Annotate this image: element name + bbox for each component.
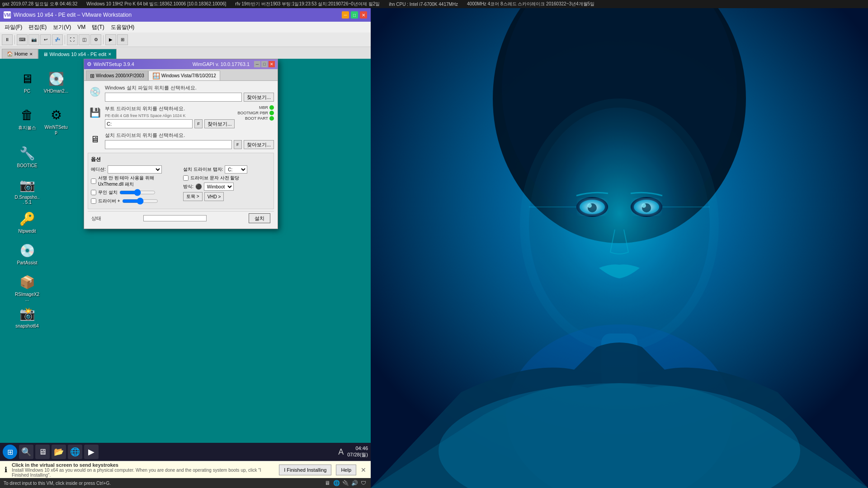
vmware-tabs: 🏠 Home ✕ 🖥 Windows 10 x64 - PE edit ✕ (0, 47, 371, 59)
install-drive-flag[interactable]: F (234, 140, 242, 149)
menu-help[interactable]: 도움말(H) (108, 23, 137, 32)
options-title: 옵션 (91, 156, 271, 163)
taskbar-cortana[interactable]: 🔍 (19, 445, 33, 459)
unattend-slider[interactable] (119, 189, 156, 196)
toolbar-pause[interactable]: ⏸ (2, 34, 13, 45)
toolbar-unity[interactable]: ◫ (79, 34, 90, 45)
notification-icon: ℹ (5, 465, 7, 474)
desktop-icon-rsimagex[interactable]: 📦 RSImageX2... (13, 271, 42, 304)
toolbar-suspend[interactable]: 💤 (52, 34, 63, 45)
install-drive-input[interactable] (105, 140, 232, 149)
boot-drive-icon: 💾 (88, 105, 102, 120)
finished-installing-button[interactable]: I Finished Installing (279, 465, 331, 475)
notification-close[interactable]: ✕ (361, 466, 366, 474)
menu-tabs[interactable]: 탭(T) (89, 23, 107, 32)
boot-drive-input[interactable] (105, 119, 193, 128)
winnt-maximize[interactable]: □ (261, 61, 268, 67)
options-grid: 에디션: 서명 안 된 테마 사용을 위해 UxTheme.dll 패치 (91, 165, 271, 206)
taskbar-clock: 04:46 07/28(월) (347, 446, 368, 458)
vhd-button[interactable]: VHD > (204, 192, 224, 201)
menu-edit[interactable]: 편집(E) (26, 23, 49, 32)
toolbar-prefs[interactable]: ⚙ (90, 34, 101, 45)
uxtheme-checkbox[interactable] (91, 178, 96, 184)
status-network-icon[interactable]: 🌐 (333, 479, 340, 487)
install-drive-label: 설치 드라이브의 위치를 선택하세요. (105, 132, 274, 139)
status-screen-icon[interactable]: 🖥 (324, 479, 331, 487)
tab-vm[interactable]: 🖥 Windows 10 x64 - PE edit ✕ (38, 49, 117, 59)
vmware-icon: VM (4, 11, 11, 19)
taskbar-explorer[interactable]: 📂 (52, 445, 66, 459)
dsnapshot-icon: 📷 (18, 176, 36, 194)
driver-slider[interactable] (122, 197, 158, 205)
winnt-close[interactable]: ✕ (269, 61, 275, 67)
winnt-tab-xp[interactable]: ⊞ Windows 2000/XP/2003 (86, 70, 148, 80)
install-drive-input-row: F 찾아보기... (105, 140, 274, 149)
boot-drive-flag[interactable]: F (194, 119, 203, 128)
bootpart-label: BOOT PART (245, 116, 268, 121)
desktop-icon-snapshot64[interactable]: 📸 snapshot64 (13, 303, 42, 330)
install-drive-section: 🖥 설치 드라이브의 위치를 선택하세요. F 찾아보기... (88, 132, 274, 149)
taskbar-browser[interactable]: 🌐 (68, 445, 82, 459)
maximize-button[interactable]: □ (351, 11, 358, 19)
vm-notification-bar: ℹ Click in the virtual screen to send ke… (0, 461, 371, 478)
install-drive-browse[interactable]: 찾아보기... (244, 140, 274, 149)
notification-content: Click in the virtual screen to send keys… (12, 462, 274, 478)
boot-drive-browse[interactable]: 찾아보기... (204, 119, 235, 128)
toolbar-extra[interactable]: ⊞ (117, 34, 128, 45)
desktop-icon-recycle[interactable]: 🗑 휴지볼스 (13, 104, 42, 133)
toolbar-revert[interactable]: ↩ (40, 34, 51, 45)
desktop-icon-vhdman[interactable]: 💽 VHDman2... (42, 68, 71, 95)
cortana-background (371, 8, 868, 488)
fontdict-checkbox[interactable] (183, 175, 189, 181)
minimize-button[interactable]: ─ (342, 11, 349, 19)
vmware-toolbar: ⏸ ⌨ 📷 ↩ 💤 ⛶ ◫ ⚙ ▶ ⊞ (0, 33, 371, 47)
toolbar-send-ctrl[interactable]: ⌨ (17, 34, 28, 45)
vm-desktop[interactable]: 🖥 PC 💽 VHDman2... 🗑 휴지볼스 ⚙ WinNTSetup 🔧 … (0, 59, 371, 443)
driver-label: 드라이버 + (98, 198, 120, 204)
top-info-bar: gaz 2019.07.28 일요일 오후 04:46:32 Windows 1… (0, 0, 868, 8)
status-usb-icon[interactable]: 🔌 (342, 479, 349, 487)
bootmgr-indicator: BOOTMGR PBR (237, 111, 274, 115)
topbar-item-4: 4000MHz 4코어 8스레드 스카이레이크 20160322~3년4개월5일 (467, 1, 594, 7)
taskbar-terminal[interactable]: 🖥 (35, 445, 50, 459)
unattend-checkbox[interactable] (91, 190, 96, 195)
edition-select[interactable] (108, 165, 162, 174)
winnt-tab-vista[interactable]: 🪟 Windows Vista/7/8/10/2012 (148, 70, 220, 80)
driver-checkbox[interactable] (91, 198, 96, 204)
install-button[interactable]: 설치 (249, 213, 270, 223)
toolbar-snapshot[interactable]: 📷 (28, 34, 39, 45)
menu-view[interactable]: 보기(V) (50, 23, 74, 32)
desktop-icon-bootice[interactable]: 🔧 BOOTICE (13, 142, 42, 170)
topbar-item-2: rfv 19하반기 버전1903 부팅:1일19:23:53 설치:201907… (235, 1, 380, 7)
taskbar-cmd[interactable]: ▶ (84, 445, 99, 459)
start-button[interactable]: ⊞ (3, 445, 17, 459)
menu-vm[interactable]: VM (75, 23, 88, 31)
help-button[interactable]: Help (336, 465, 356, 475)
desktop-icon-winntsetup[interactable]: ⚙ WinNTSetup (42, 104, 71, 136)
tools-button[interactable]: 토목 > (183, 192, 203, 201)
windows-file-input[interactable] (105, 93, 242, 102)
desktop-icon-pc[interactable]: 🖥 PC (13, 68, 42, 95)
toolbar-more[interactable]: ▶ (105, 34, 116, 45)
winnt-tab-vista-label: Windows Vista/7/8/10/2012 (161, 73, 216, 78)
install-drive-select[interactable]: C: (225, 165, 247, 174)
uxtheme-row: 서명 안 된 테마 사용을 위해 UxTheme.dll 패치 (91, 175, 179, 188)
status-security-icon[interactable]: 🛡 (360, 479, 367, 487)
menu-file[interactable]: 파일(F) (2, 23, 25, 32)
winnt-title-left: WinNTSetup 3.9.4 (94, 61, 134, 67)
winnt-minimize[interactable]: ─ (254, 61, 260, 67)
status-audio-icon[interactable]: 🔊 (351, 479, 358, 487)
vm-tab-close[interactable]: ✕ (108, 52, 112, 56)
ntpwedit-label: Ntpwedit (19, 229, 36, 234)
windows-file-browse[interactable]: 찾아보기... (244, 93, 274, 102)
desktop-icon-ntpwedit[interactable]: 🔑 Ntpwedit (13, 208, 42, 235)
method-select[interactable]: Wimboot (204, 183, 234, 191)
home-tab-close[interactable]: ✕ (29, 52, 33, 56)
boot-indicators: MBR BOOTMGR PBR BOOT PART (237, 105, 274, 121)
close-button[interactable]: ✕ (360, 11, 367, 19)
desktop-icon-dsnapshot[interactable]: 📷 D.Snapsho... 5.1 (13, 174, 42, 206)
toolbar-fullscreen[interactable]: ⛶ (67, 34, 78, 45)
tab-home[interactable]: 🏠 Home ✕ (2, 49, 38, 59)
winntsetup-titlebar: ⚙ WinNTSetup 3.9.4 WimGAPI v. 10.0.17763… (84, 59, 278, 69)
desktop-icon-partassist[interactable]: 💿 PartAssist (13, 239, 42, 267)
